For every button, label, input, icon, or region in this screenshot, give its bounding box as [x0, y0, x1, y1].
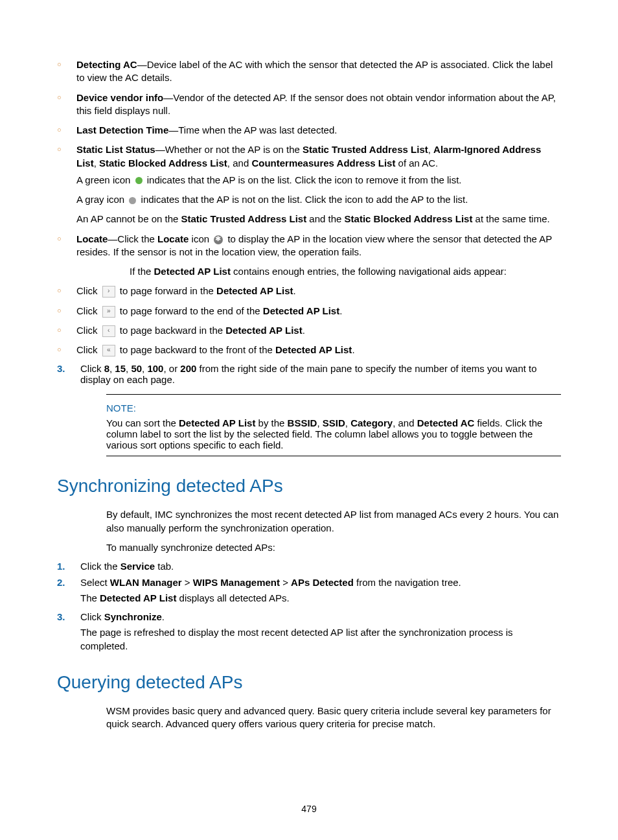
page-backward-icon: ‹ [102, 325, 115, 337]
list-item: Click « to page backward to the front of… [57, 344, 561, 356]
note-label: NOTE: [106, 402, 561, 414]
step-3: 3. Click Synchronize. The page is refres… [57, 611, 561, 653]
step-2-result: The Detected AP List displays all detect… [80, 592, 561, 605]
step-3-result: The page is refreshed to display the mos… [80, 626, 561, 653]
note-body: You can sort the Detected AP List by the… [106, 417, 561, 450]
sync-lead: To manually synchronize detected APs: [106, 541, 561, 554]
status-green-icon [135, 177, 143, 184]
locate-icon [214, 235, 223, 244]
document-page: Detecting AC—Device label of the AC with… [0, 0, 618, 840]
list-item-static-list: Static List Status—Whether or not the AP… [57, 143, 561, 226]
term-vendor-info: Device vendor info [76, 92, 163, 103]
step-number: 3. [57, 611, 65, 622]
note-box: NOTE: You can sort the Detected AP List … [106, 394, 561, 456]
step-number: 3. [57, 363, 65, 374]
status-gray-icon [129, 197, 136, 204]
display-count-step: 3. Click 8, 15, 50, 100, or 200 from the… [57, 363, 561, 385]
list-item: Click ‹ to page backward in the Detected… [57, 324, 561, 337]
gray-icon-note: A gray icon indicates that the AP is not… [76, 193, 561, 206]
term-last-detection: Last Detection Time [76, 124, 168, 135]
heading-query: Querying detected APs [57, 672, 561, 693]
mutual-exclusion-note: An AP cannot be on the Static Trusted Ad… [76, 213, 561, 226]
list-item: Detecting AC—Device label of the AC with… [57, 58, 561, 85]
list-item: Click › to page forward in the Detected … [57, 285, 561, 298]
nav-intro: If the Detected AP List contains enough … [130, 265, 561, 278]
step-2: 2. Select WLAN Manager > WIPS Management… [57, 577, 561, 605]
step-1: 1. Click the Service tab. [57, 561, 561, 572]
list-item: Device vendor info—Vendor of the detecte… [57, 91, 561, 118]
page-forward-icon: › [102, 286, 115, 298]
green-icon-note: A green icon indicates that the AP is on… [76, 174, 561, 187]
sync-intro: By default, IMC synchronizes the most re… [106, 508, 561, 535]
page-backward-front-icon: « [102, 345, 115, 356]
page-forward-end-icon: » [102, 306, 115, 318]
sync-steps: 1. Click the Service tab. 2. Select WLAN… [57, 561, 561, 653]
list-item: Last Detection Time—Time when the AP was… [57, 124, 561, 137]
step-number: 1. [57, 561, 65, 572]
query-intro: WSM provides basic query and advanced qu… [106, 705, 561, 731]
list-item-locate: Locate—Click the Locate icon to display … [57, 233, 561, 259]
page-number: 479 [0, 804, 618, 814]
step-3: 3. Click 8, 15, 50, 100, or 200 from the… [57, 363, 561, 385]
nav-aids-list: Click › to page forward in the Detected … [57, 285, 561, 356]
term-detecting-ac: Detecting AC [76, 59, 137, 70]
list-item: Click » to page forward to the end of th… [57, 305, 561, 318]
heading-sync: Synchronizing detected APs [57, 476, 561, 496]
field-definitions-list: Detecting AC—Device label of the AC with… [57, 58, 561, 259]
term-static-list-status: Static List Status [76, 144, 155, 155]
term-locate: Locate [76, 233, 108, 244]
step-number: 2. [57, 577, 65, 588]
